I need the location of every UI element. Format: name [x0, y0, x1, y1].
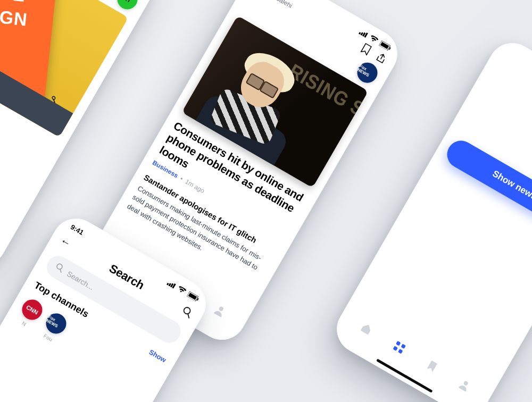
- svg-rect-19: [395, 341, 401, 346]
- cellular-icon: [359, 29, 369, 38]
- tab-profile[interactable]: [450, 371, 479, 400]
- tab-profile[interactable]: [205, 296, 235, 325]
- search-field-icon: [53, 262, 65, 274]
- svg-rect-29: [188, 293, 197, 300]
- wifi-icon: [369, 35, 379, 44]
- status-time: 9:41: [69, 223, 85, 237]
- svg-rect-7: [359, 32, 361, 35]
- tabbar: [342, 304, 490, 402]
- svg-line-32: [187, 314, 190, 318]
- article-hero-image: HANGE DESIGN TIM BROWN ✂: [0, 0, 128, 137]
- svg-rect-12: [380, 42, 389, 49]
- tab-categories[interactable]: [385, 333, 414, 362]
- book-author: TIM BROWN: [0, 32, 42, 48]
- battery-icon: [187, 291, 200, 303]
- battery-icon: [379, 40, 392, 52]
- svg-rect-20: [401, 344, 406, 349]
- bookmark-icon[interactable]: [359, 43, 373, 56]
- svg-line-34: [59, 270, 62, 272]
- share-icon[interactable]: [374, 51, 388, 65]
- svg-point-23: [463, 380, 469, 386]
- svg-rect-22: [397, 349, 403, 354]
- chip-caption: Fou: [43, 333, 53, 342]
- search-icon[interactable]: [180, 305, 195, 319]
- tab-home[interactable]: [352, 314, 381, 343]
- svg-point-31: [182, 306, 191, 315]
- source-badge-foxnews[interactable]: Fox NEWS: [354, 59, 381, 87]
- wifi-icon: [177, 286, 187, 295]
- svg-point-18: [218, 306, 224, 312]
- show-all-link[interactable]: Show: [147, 348, 168, 364]
- chip-caption: N: [21, 320, 27, 327]
- svg-rect-21: [393, 346, 398, 351]
- tab-saved[interactable]: [417, 351, 446, 381]
- back-button[interactable]: ←: [58, 234, 73, 250]
- svg-rect-24: [167, 282, 169, 285]
- channel-chip-cnn[interactable]: CNN: [19, 296, 46, 323]
- cellular-icon: [167, 280, 177, 289]
- svg-point-33: [56, 263, 63, 270]
